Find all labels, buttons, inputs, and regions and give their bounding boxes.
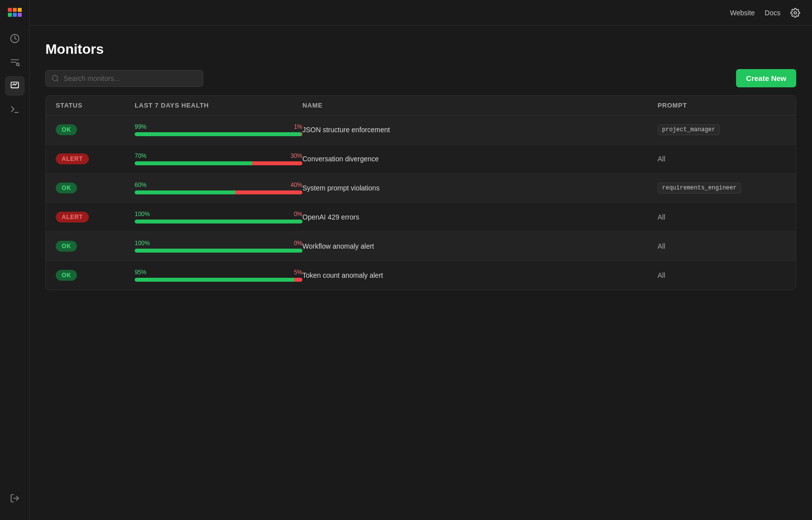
health-percentages: 60% 40% (135, 182, 302, 188)
health-bar-green (135, 249, 302, 253)
status-cell: OK (56, 241, 135, 252)
search-wrapper (45, 70, 203, 87)
dashboard-icon (10, 34, 20, 43)
table-row[interactable]: OK 95% 5% Token count anomaly alert All (46, 261, 796, 290)
sidebar-item-logout[interactable] (5, 488, 25, 508)
status-badge: ALERT (56, 212, 89, 223)
monitor-name: OpenAI 429 errors (302, 213, 658, 221)
health-bar-green (135, 278, 294, 282)
health-bar-green (135, 132, 301, 136)
prompt-badge: requirements_engineer (658, 183, 741, 193)
status-cell: ALERT (56, 212, 135, 223)
table-header: Status Last 7 Days Health Name Prompt (46, 96, 796, 115)
svg-point-8 (794, 11, 797, 14)
prompt-cell: All (658, 154, 786, 163)
prompt-all: All (658, 213, 665, 221)
health-cell: 60% 40% (135, 182, 302, 194)
health-bar-green (135, 161, 252, 165)
prompt-all: All (658, 155, 665, 163)
health-bar-track (135, 278, 302, 282)
terminal-icon (10, 105, 20, 114)
health-cell: 95% 5% (135, 269, 302, 282)
search-list-icon (10, 57, 20, 67)
app-logo[interactable] (8, 8, 22, 17)
prompt-all: All (658, 271, 665, 279)
health-bar-track (135, 190, 302, 194)
table-row[interactable]: ALERT 70% 30% Conversation divergence Al… (46, 145, 796, 174)
health-bar-track (135, 132, 302, 136)
monitors-icon (10, 81, 20, 91)
monitor-name: Workflow anomaly alert (302, 242, 658, 250)
health-pct-red: 1% (294, 123, 302, 130)
prompt-cell: All (658, 242, 786, 251)
status-badge: ALERT (56, 153, 89, 164)
search-input[interactable] (45, 70, 203, 87)
monitors-table: Status Last 7 Days Health Name Prompt OK… (45, 95, 796, 290)
health-percentages: 100% 0% (135, 240, 302, 247)
sidebar-bottom (5, 488, 25, 512)
health-cell: 70% 30% (135, 152, 302, 165)
logout-icon (10, 493, 20, 503)
health-bar-green (135, 190, 235, 194)
status-cell: OK (56, 183, 135, 193)
health-pct-green: 60% (135, 182, 147, 188)
health-pct-red: 30% (291, 152, 302, 159)
header-name: Name (302, 102, 658, 109)
sidebar-item-monitors[interactable] (5, 76, 25, 96)
health-bar-track (135, 161, 302, 165)
health-pct-green: 100% (135, 240, 150, 247)
main-area: Website Docs Monitors Create New (30, 0, 812, 520)
status-badge: OK (56, 270, 77, 281)
table-body: OK 99% 1% JSON structure enforcement pro… (46, 115, 796, 290)
status-badge: OK (56, 241, 77, 252)
health-bar-red (235, 190, 302, 194)
health-bar-green (135, 220, 302, 223)
status-cell: ALERT (56, 153, 135, 164)
topbar: Website Docs (30, 0, 812, 26)
monitor-name: Token count anomaly alert (302, 271, 658, 279)
health-bar-track (135, 220, 302, 223)
table-row[interactable]: OK 60% 40% System prompt violations requ… (46, 174, 796, 203)
create-new-button[interactable]: Create New (736, 69, 796, 87)
status-badge: OK (56, 124, 77, 135)
monitor-name: JSON structure enforcement (302, 126, 658, 134)
health-pct-red: 40% (291, 182, 302, 188)
health-pct-green: 70% (135, 152, 147, 159)
website-link[interactable]: Website (730, 9, 755, 17)
sidebar-item-dashboard[interactable] (5, 29, 25, 48)
svg-line-4 (18, 65, 19, 66)
status-cell: OK (56, 270, 135, 281)
status-cell: OK (56, 124, 135, 135)
sidebar (0, 0, 30, 520)
docs-link[interactable]: Docs (765, 9, 780, 17)
health-pct-red: 5% (294, 269, 302, 276)
health-percentages: 99% 1% (135, 123, 302, 130)
prompt-cell: All (658, 271, 786, 280)
sidebar-nav (5, 29, 25, 484)
toolbar: Create New (45, 69, 796, 87)
health-pct-red: 0% (294, 211, 302, 218)
table-row[interactable]: OK 100% 0% Workflow anomaly alert All (46, 232, 796, 261)
health-percentages: 95% 5% (135, 269, 302, 276)
health-percentages: 70% 30% (135, 152, 302, 159)
sidebar-item-terminal[interactable] (5, 100, 25, 119)
monitor-name: System prompt violations (302, 184, 658, 192)
health-pct-green: 100% (135, 211, 150, 218)
settings-icon[interactable] (790, 8, 800, 18)
header-status: Status (56, 102, 135, 109)
prompt-badge: project_manager (658, 124, 720, 135)
content-area: Monitors Create New Status Last 7 Days H… (30, 26, 812, 520)
monitor-name: Conversation divergence (302, 155, 658, 163)
sidebar-item-search[interactable] (5, 52, 25, 72)
header-health: Last 7 Days Health (135, 102, 302, 109)
health-cell: 99% 1% (135, 123, 302, 136)
health-cell: 100% 0% (135, 240, 302, 253)
page-title: Monitors (45, 41, 796, 57)
health-pct-red: 0% (294, 240, 302, 247)
health-pct-green: 99% (135, 123, 147, 130)
health-pct-green: 95% (135, 269, 147, 276)
prompt-cell: All (658, 213, 786, 222)
table-row[interactable]: OK 99% 1% JSON structure enforcement pro… (46, 115, 796, 145)
prompt-cell: requirements_engineer (658, 183, 786, 193)
table-row[interactable]: ALERT 100% 0% OpenAI 429 errors All (46, 203, 796, 232)
